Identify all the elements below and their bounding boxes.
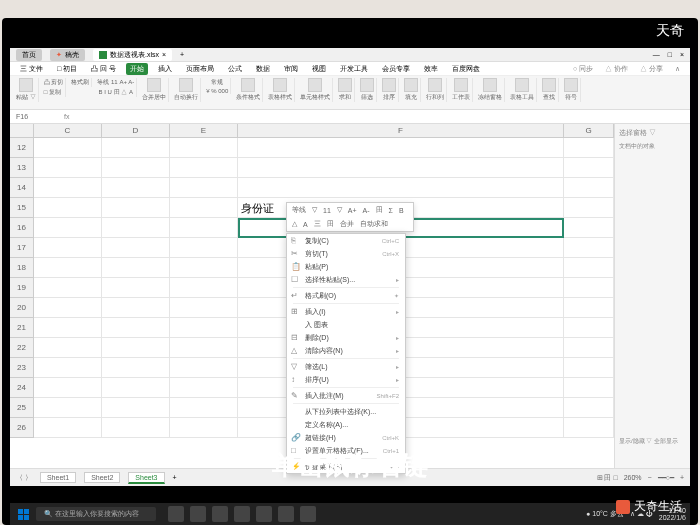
cell-D15[interactable] bbox=[102, 198, 170, 218]
tab-start[interactable]: 开始 bbox=[126, 63, 148, 75]
ctx-筛选(L)[interactable]: ▽筛选(L) ▸ bbox=[287, 360, 405, 373]
cell-F12[interactable] bbox=[238, 138, 564, 158]
tab-view[interactable]: 视图 bbox=[308, 63, 330, 75]
taskbar-app-5[interactable] bbox=[256, 506, 272, 522]
rowcol-icon[interactable] bbox=[428, 78, 442, 92]
cell-E25[interactable] bbox=[170, 398, 238, 418]
cell-E23[interactable] bbox=[170, 358, 238, 378]
ctx-从下拉列表中选择(K)...[interactable]: 从下拉列表中选择(K)... bbox=[287, 405, 405, 418]
cell-G13[interactable] bbox=[564, 158, 614, 178]
cell-E22[interactable] bbox=[170, 338, 238, 358]
cell-G15[interactable] bbox=[564, 198, 614, 218]
mt-inc[interactable]: A+ bbox=[346, 207, 359, 214]
ctx-选择性粘贴(S)...[interactable]: ☐选择性粘贴(S)... ▸ bbox=[287, 273, 405, 286]
find-icon[interactable] bbox=[542, 78, 556, 92]
window-close-icon[interactable]: × bbox=[680, 51, 684, 58]
mt-border[interactable]: 田 bbox=[374, 205, 385, 215]
filter-icon[interactable] bbox=[360, 78, 374, 92]
sort-icon[interactable] bbox=[382, 78, 396, 92]
col-header-[interactable] bbox=[10, 124, 34, 138]
cell-D13[interactable] bbox=[102, 158, 170, 178]
cell-G25[interactable] bbox=[564, 398, 614, 418]
ctx-插入批注(M)[interactable]: ✎插入批注(M)Shift+F2 bbox=[287, 389, 405, 402]
cell-E19[interactable] bbox=[170, 278, 238, 298]
row-header-26[interactable]: 26 bbox=[10, 418, 34, 438]
row-header-21[interactable]: 21 bbox=[10, 318, 34, 338]
cell-G17[interactable] bbox=[564, 238, 614, 258]
cell-E15[interactable] bbox=[170, 198, 238, 218]
ctx-排序(U)[interactable]: ↕排序(U) ▸ bbox=[287, 373, 405, 386]
cell-E16[interactable] bbox=[170, 218, 238, 238]
cell-C14[interactable] bbox=[34, 178, 102, 198]
cell-C16[interactable] bbox=[34, 218, 102, 238]
condfmt-icon[interactable] bbox=[241, 78, 255, 92]
wrap-icon[interactable] bbox=[179, 78, 193, 92]
mt-fill[interactable]: △ bbox=[290, 220, 299, 228]
cell-C25[interactable] bbox=[34, 398, 102, 418]
ctx-粘贴(P)[interactable]: 📋粘贴(P) bbox=[287, 260, 405, 273]
col-header-E[interactable]: E bbox=[170, 124, 238, 138]
mt-color[interactable]: A bbox=[301, 221, 310, 228]
formula-input[interactable] bbox=[77, 113, 684, 120]
merge-icon[interactable] bbox=[147, 78, 161, 92]
row-header-16[interactable]: 16 bbox=[10, 218, 34, 238]
tab-eff[interactable]: 效率 bbox=[420, 63, 442, 75]
fx-icon[interactable]: fx bbox=[64, 113, 69, 120]
row-header-23[interactable]: 23 bbox=[10, 358, 34, 378]
cell-C19[interactable] bbox=[34, 278, 102, 298]
taskbar-app-7[interactable] bbox=[300, 506, 316, 522]
ctx-剪切(T)[interactable]: ✂剪切(T)Ctrl+X bbox=[287, 247, 405, 260]
cell-E18[interactable] bbox=[170, 258, 238, 278]
cell-C15[interactable] bbox=[34, 198, 102, 218]
col-header-F[interactable]: F bbox=[238, 124, 564, 138]
cell-E20[interactable] bbox=[170, 298, 238, 318]
row-header-20[interactable]: 20 bbox=[10, 298, 34, 318]
row-header-18[interactable]: 18 bbox=[10, 258, 34, 278]
share-btn[interactable]: △ 分享 bbox=[636, 63, 667, 75]
cell-C17[interactable] bbox=[34, 238, 102, 258]
start-button[interactable] bbox=[14, 505, 32, 523]
cell-D19[interactable] bbox=[102, 278, 170, 298]
mt-merge[interactable]: 合并 bbox=[338, 219, 356, 229]
taskbar-app-4[interactable] bbox=[234, 506, 250, 522]
cell-G14[interactable] bbox=[564, 178, 614, 198]
cell-D17[interactable] bbox=[102, 238, 170, 258]
cell-E14[interactable] bbox=[170, 178, 238, 198]
fill-icon[interactable] bbox=[404, 78, 418, 92]
mt-bold[interactable]: B bbox=[397, 207, 406, 214]
worksheet-icon[interactable] bbox=[454, 78, 468, 92]
cell-C20[interactable] bbox=[34, 298, 102, 318]
file-menu[interactable]: 三 文件 bbox=[16, 63, 47, 75]
tab-file[interactable]: 数据透视表.xlsx× bbox=[93, 49, 172, 61]
cell-E13[interactable] bbox=[170, 158, 238, 178]
window-min-icon[interactable]: — bbox=[653, 51, 660, 58]
row-header-13[interactable]: 13 bbox=[10, 158, 34, 178]
taskbar-app-2[interactable] bbox=[190, 506, 206, 522]
cell-E17[interactable] bbox=[170, 238, 238, 258]
cell-G19[interactable] bbox=[564, 278, 614, 298]
cell-G23[interactable] bbox=[564, 358, 614, 378]
cell-C24[interactable] bbox=[34, 378, 102, 398]
cell-D18[interactable] bbox=[102, 258, 170, 278]
ctx-复制(C)[interactable]: ⎘复制(C)Ctrl+C bbox=[287, 234, 405, 247]
cell-G21[interactable] bbox=[564, 318, 614, 338]
ctx-插入(I)[interactable]: ⊞插入(I) ▸ bbox=[287, 305, 405, 318]
mt-font[interactable]: 等线 bbox=[290, 205, 308, 215]
cell-C22[interactable] bbox=[34, 338, 102, 358]
qat-1[interactable]: □ 初目 bbox=[53, 63, 81, 75]
cell-E24[interactable] bbox=[170, 378, 238, 398]
cell-D16[interactable] bbox=[102, 218, 170, 238]
symbol-icon[interactable] bbox=[564, 78, 578, 92]
row-header-25[interactable]: 25 bbox=[10, 398, 34, 418]
col-header-D[interactable]: D bbox=[102, 124, 170, 138]
mt-grid[interactable]: 田 bbox=[325, 219, 336, 229]
tab-data[interactable]: 数据 bbox=[252, 63, 274, 75]
cell-C21[interactable] bbox=[34, 318, 102, 338]
row-header-12[interactable]: 12 bbox=[10, 138, 34, 158]
cell-D22[interactable] bbox=[102, 338, 170, 358]
tab-dev[interactable]: 开发工具 bbox=[336, 63, 372, 75]
cell-C12[interactable] bbox=[34, 138, 102, 158]
tab-gaoke[interactable]: ✦稿壳 bbox=[50, 49, 85, 61]
window-max-icon[interactable]: □ bbox=[668, 51, 672, 58]
copy-btn[interactable]: □ 复制 bbox=[44, 88, 61, 97]
